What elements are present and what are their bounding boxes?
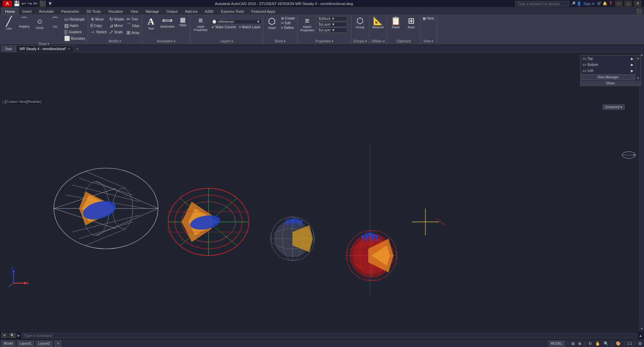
top-view-btn[interactable]: ▭ Top ▶	[580, 55, 636, 62]
scale-display: 1:1	[627, 342, 632, 345]
tab-3dtools[interactable]: 3D Tools	[83, 8, 105, 14]
circle-btn[interactable]: ○ Circle	[32, 16, 47, 30]
linetype-dropdown[interactable]: ByLayer ▼	[317, 22, 347, 27]
color-dropdown[interactable]: ByBlock ▼	[317, 16, 347, 21]
tab-featuredapps[interactable]: Featured Apps	[248, 8, 279, 14]
document-tab[interactable]: WR Steady 4 - omnidirectional* ✕	[16, 45, 74, 52]
define-attrib-btn[interactable]: ≡Define	[280, 26, 296, 30]
gradient-btn[interactable]: ▒Gradient	[63, 29, 86, 35]
tab-visualize[interactable]: Visualize	[105, 8, 127, 14]
model-status-btn[interactable]: MODEL	[548, 341, 565, 347]
views-panel: ▭ Top ▶ ▭ Bottom ▶ ▭ Left ▶ View Manager…	[580, 55, 641, 86]
command-input[interactable]	[22, 333, 637, 339]
app-menu-btn[interactable]: A	[3, 1, 12, 7]
quick-access-toolbar[interactable]: 💾 ↩ ↪ ✏ ⬛ ▼	[13, 0, 53, 7]
command-search-btn[interactable]: 🔍	[9, 333, 16, 338]
tab-expresstools[interactable]: Express Tools	[217, 8, 248, 14]
array-btn[interactable]: ⊞Array	[125, 30, 141, 36]
grid-icon[interactable]: ⊞	[571, 341, 575, 346]
stretch-btn[interactable]: ↔Stretch	[89, 29, 108, 35]
text-btn[interactable]: A Text	[144, 16, 158, 31]
fillet-btn[interactable]: ⌒Fillet	[125, 23, 141, 29]
sign-in-btn[interactable]: Sign In	[583, 2, 595, 6]
tab-a360[interactable]: A360	[201, 8, 217, 14]
ribbon-collapse-btn[interactable]: ⬛	[634, 8, 644, 14]
base-btn[interactable]: ⊞ Base	[404, 16, 419, 30]
view-option1[interactable]: ▦View	[422, 16, 435, 21]
rectangle-btn[interactable]: ▭Rectangle	[63, 16, 86, 22]
dimension-btn[interactable]: ⟺ Dimension	[159, 16, 176, 29]
new-tab-btn[interactable]: +	[74, 45, 81, 52]
viewport-label: [-][Custom View][Realistic]	[1, 100, 43, 104]
layout1-tab-btn[interactable]: Layout1	[17, 341, 34, 347]
minimize-btn[interactable]: ─	[615, 1, 622, 7]
match-properties-icon: ≡	[305, 17, 309, 25]
group-btn[interactable]: ⬡ Group	[353, 16, 368, 30]
insert-icon: ⬡	[268, 17, 276, 26]
left-view-btn[interactable]: ▭ Left ▶	[580, 68, 636, 74]
arc-btn[interactable]: ⌒ Arc	[48, 16, 63, 29]
settings-icon[interactable]: ⚙	[638, 341, 643, 346]
tab-parametric[interactable]: Parametric	[58, 8, 83, 14]
edit-block-btn[interactable]: ✏Edit	[280, 21, 296, 25]
snap-icon[interactable]: ⊕	[577, 341, 582, 346]
canvas-area[interactable]: [-][Custom View][Realistic]	[0, 52, 644, 331]
boundary-btn[interactable]: ⬜Boundary	[63, 35, 86, 41]
polyline-icon: ⌒	[21, 17, 28, 24]
svg-line-60	[8, 283, 13, 287]
orbit-icon[interactable]	[620, 150, 637, 160]
pan-status-icon[interactable]: ✋	[595, 341, 601, 346]
tab-manage[interactable]: Manage	[142, 8, 163, 14]
line-btn[interactable]: ╱ Line	[1, 16, 16, 31]
paste-btn[interactable]: 📋 Paste	[388, 16, 403, 30]
unnamed-viewport-label[interactable]: Unnamed ▾	[603, 105, 624, 110]
ribbon-group-draw: ╱ Line ⌒ Polyline ○ Circle ⌒ Arc ▭Rectan…	[0, 15, 88, 44]
tab-home[interactable]: Home	[1, 8, 18, 14]
insert-btn[interactable]: ⬡ Insert	[265, 16, 279, 30]
measure-btn[interactable]: 📐 Measure	[371, 16, 385, 30]
tab-addins[interactable]: Add-ins	[181, 8, 201, 14]
layer-properties-btn[interactable]: ≡ LayerProperties	[192, 16, 209, 32]
orbit-status-icon[interactable]: ↻	[588, 341, 593, 346]
left-view-arrow: ▶	[631, 69, 634, 73]
mirror-btn[interactable]: ⊿Mirror	[108, 23, 125, 29]
zoom-status-icon[interactable]: 🔍	[603, 341, 609, 346]
tab-output[interactable]: Output	[163, 8, 181, 14]
copy-btn[interactable]: ⎘Copy	[89, 23, 108, 29]
scroll-down-icon[interactable]: ▼	[637, 76, 640, 80]
vscroll-down[interactable]: ▼	[640, 326, 644, 331]
layer-dropdown[interactable]: ⚪ -references ▼	[211, 19, 261, 24]
tab-insert[interactable]: Insert	[18, 8, 35, 14]
rotate-btn[interactable]: ↻Rotate	[108, 16, 125, 22]
bottom-view-btn[interactable]: ▭ Bottom ▶	[580, 62, 636, 68]
add-layout-btn[interactable]: +	[54, 341, 61, 347]
keyword-search[interactable]	[515, 1, 569, 6]
maximize-btn[interactable]: □	[624, 1, 632, 7]
view-manager-btn[interactable]: View Manager	[581, 74, 635, 80]
render-icon[interactable]: 🎨	[615, 341, 621, 346]
start-tab[interactable]: Start	[1, 45, 16, 52]
define-attrib-icon: ≡	[281, 26, 283, 30]
scale-btn[interactable]: ⤢Scale	[108, 29, 125, 35]
table-btn[interactable]: ▦ Table	[177, 16, 189, 28]
close-btn[interactable]: ✕	[634, 1, 641, 7]
command-close-btn[interactable]: ✕	[1, 333, 7, 338]
move-btn[interactable]: ✛Move	[89, 16, 108, 22]
create-block-btn[interactable]: ⊞Create	[280, 16, 296, 21]
match-properties-btn[interactable]: ≡ MatchProperties	[299, 16, 315, 33]
tab-close-btn[interactable]: ✕	[68, 47, 70, 51]
lineweight-dropdown[interactable]: ByLayer ▼	[317, 28, 347, 33]
polyline-btn[interactable]: ⌒ Polyline	[17, 16, 32, 29]
vertical-scrollbar[interactable]: ▲ ▼	[639, 52, 644, 331]
match-layer-btn[interactable]: ≡Match Layer	[238, 25, 262, 29]
make-current-btn[interactable]: ✔Make Current	[211, 25, 237, 29]
block-col: ⊞Create ✏Edit ≡Define	[280, 16, 296, 30]
layout2-tab-btn[interactable]: Layout2	[36, 341, 53, 347]
tab-view[interactable]: View	[127, 8, 142, 14]
model-tab-btn[interactable]: Model	[1, 341, 15, 347]
scroll-up-icon[interactable]: ▲	[637, 56, 640, 60]
command-expand-btn[interactable]: ▲	[639, 333, 643, 338]
hatch-btn[interactable]: ▨Hatch	[63, 23, 86, 29]
tab-annotate[interactable]: Annotate	[35, 8, 58, 14]
trim-btn[interactable]: ✂Trim	[125, 16, 141, 22]
